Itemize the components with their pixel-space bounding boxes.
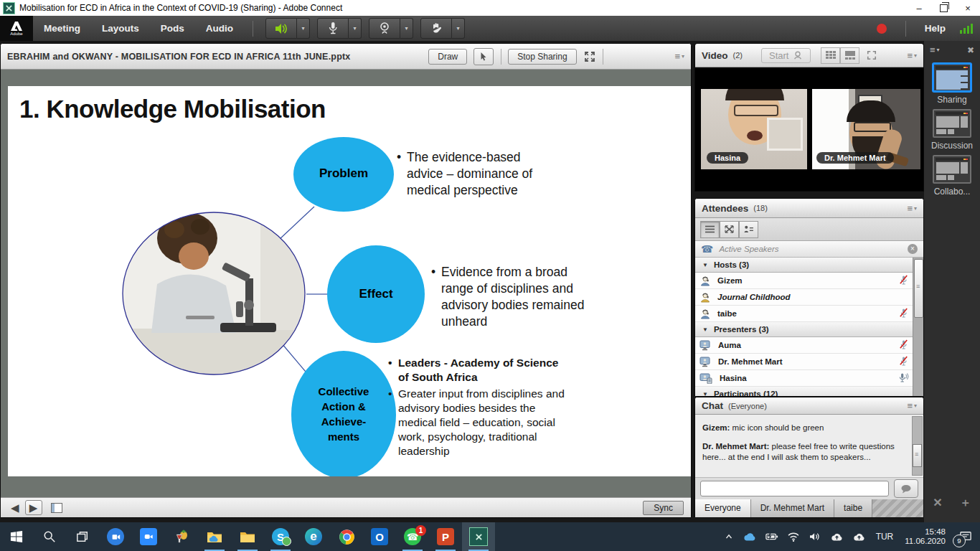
mic-button[interactable]: [317, 18, 349, 39]
grid-view-button[interactable]: [821, 47, 840, 64]
share-pod-menu-button[interactable]: [674, 51, 684, 62]
skype-app-button[interactable]: [264, 522, 297, 551]
chat-pod-menu-button[interactable]: [907, 400, 917, 411]
adobe-connect-taskbar-button[interactable]: [462, 522, 495, 551]
onedrive-folder-button[interactable]: [198, 522, 231, 551]
outlook-app-button[interactable]: [363, 522, 396, 551]
language-indicator[interactable]: TUR: [870, 522, 900, 551]
attendees-pod: Attendees (18) ☎ Active Speakers × ▼Host…: [694, 198, 924, 397]
fullscreen-button[interactable]: [584, 51, 595, 62]
camera-button[interactable]: [369, 18, 400, 39]
whatsapp-app-button[interactable]: ☎ 1: [396, 522, 429, 551]
recording-indicator-icon: [877, 24, 887, 34]
presenter-mobile-role-icon: [699, 373, 713, 384]
attendee-row[interactable]: taibe: [695, 306, 913, 322]
video-participant-hasina[interactable]: Hasina: [701, 89, 807, 169]
layout-thumb-discussion[interactable]: [933, 109, 971, 138]
attendee-status-view-button[interactable]: [739, 221, 758, 238]
chat-tab-taibe[interactable]: taibe: [834, 499, 872, 517]
close-button[interactable]: ×: [956, 0, 980, 16]
presenters-group-header[interactable]: ▼Presenters (3): [695, 322, 913, 337]
chat-tab-everyone[interactable]: Everyone: [695, 499, 751, 517]
video-pod-menu-button[interactable]: [907, 50, 917, 61]
attendees-pod-menu-button[interactable]: [907, 203, 917, 214]
task-view-button[interactable]: [66, 522, 99, 551]
active-speakers-close-icon[interactable]: ×: [908, 244, 918, 254]
menu-meeting[interactable]: Meeting: [33, 16, 91, 41]
chat-send-button[interactable]: [894, 479, 918, 498]
layout-thumb-collaboration[interactable]: [933, 155, 971, 184]
menu-help[interactable]: Help: [925, 23, 946, 34]
start-button[interactable]: [0, 522, 33, 551]
chat-scrollbar[interactable]: [912, 416, 923, 476]
action-center-button[interactable]: 9: [951, 522, 980, 551]
previous-slide-button[interactable]: ◀: [11, 501, 19, 514]
hosts-group-header[interactable]: ▼Hosts (3): [695, 258, 913, 273]
attendee-row[interactable]: Hasina: [695, 370, 913, 387]
video-participant-mehmet[interactable]: Dr. Mehmet Mart: [812, 89, 920, 169]
zoom-app-button[interactable]: [132, 522, 165, 551]
video-fullscreen-button[interactable]: [867, 50, 877, 60]
stop-sharing-button[interactable]: Stop Sharing: [508, 49, 576, 65]
layout-thumb-sharing[interactable]: [933, 63, 971, 92]
attendee-list-view-button[interactable]: [700, 221, 720, 238]
attendees-scrollbar[interactable]: [913, 258, 923, 396]
manage-layouts-icon[interactable]: ✕: [933, 496, 942, 511]
chat-tab-mehmet[interactable]: Dr. Mehmet Mart: [751, 499, 834, 517]
add-layout-icon[interactable]: ＋: [960, 496, 971, 511]
scrollbar-thumb[interactable]: [914, 259, 923, 318]
attendee-row[interactable]: Gizem: [695, 273, 913, 289]
battery-tray-icon[interactable]: [761, 522, 783, 551]
sidebar-toggle-icon[interactable]: [51, 503, 62, 513]
slide-canvas[interactable]: 1. Knowledge Mobilisation Problem Effect…: [8, 86, 691, 476]
minimize-button[interactable]: –: [907, 0, 931, 16]
cloud-upload-tray-icon[interactable]: [826, 522, 848, 551]
search-button[interactable]: [33, 522, 66, 551]
attendee-row[interactable]: Journal Childhood: [695, 289, 913, 306]
layout-label-discussion[interactable]: Discussion: [924, 141, 980, 151]
movie-app-button[interactable]: [99, 522, 132, 551]
camera-dropdown[interactable]: ▾: [400, 18, 413, 39]
status-dropdown[interactable]: ▾: [452, 18, 465, 39]
bullet-collective-1: Leaders - Academy of Science of South Af…: [388, 356, 559, 385]
mic-dropdown[interactable]: ▾: [349, 18, 362, 39]
breakout-view-button[interactable]: [720, 221, 739, 238]
restore-button[interactable]: [931, 0, 956, 16]
menu-layouts[interactable]: Layouts: [91, 16, 150, 41]
volume-tray-icon[interactable]: [804, 522, 826, 551]
chat-input[interactable]: [700, 481, 889, 496]
chat-message-list: Gizem: mic icon should be green Dr. Mehm…: [695, 415, 923, 477]
tray-chevron-icon[interactable]: [720, 522, 738, 551]
sync-button[interactable]: Sync: [643, 501, 684, 515]
cloud-upload-tray-icon[interactable]: [848, 522, 870, 551]
layouts-close-icon[interactable]: ✖: [967, 45, 974, 55]
scrollbar-thumb[interactable]: [913, 444, 922, 467]
filmstrip-view-button[interactable]: [840, 47, 859, 64]
pointer-tool-button[interactable]: [473, 48, 494, 65]
draw-button[interactable]: Draw: [428, 49, 467, 65]
winrar-app-button[interactable]: [165, 522, 198, 551]
layouts-menu-button[interactable]: [930, 44, 936, 55]
taskbar-clock[interactable]: 15:48 11.06.2020: [899, 527, 951, 546]
layout-label-collaboration[interactable]: Collabo...: [924, 187, 980, 197]
desktop: Mobilisation for ECD in Africa in the Co…: [0, 0, 980, 551]
layout-label-sharing[interactable]: Sharing: [924, 95, 980, 105]
start-webcam-button[interactable]: Start: [761, 48, 811, 63]
wifi-tray-icon[interactable]: [783, 522, 804, 551]
onedrive-tray-icon[interactable]: [738, 522, 761, 551]
attendee-row[interactable]: Auma: [695, 337, 913, 354]
menu-pods[interactable]: Pods: [150, 16, 195, 41]
breakout-view-icon: [725, 225, 734, 233]
edge-app-button[interactable]: [297, 522, 330, 551]
attendee-row[interactable]: Dr. Mehmet Mart: [695, 354, 913, 370]
menu-audio[interactable]: Audio: [195, 16, 244, 41]
speaker-button[interactable]: [265, 18, 297, 39]
participants-group-header[interactable]: ▼Participants (12): [695, 387, 913, 396]
raise-hand-button[interactable]: [420, 18, 452, 39]
next-slide-button[interactable]: ▶: [25, 500, 42, 515]
connection-signal-icon[interactable]: [958, 24, 973, 34]
chrome-app-button[interactable]: [330, 522, 363, 551]
speaker-dropdown[interactable]: ▾: [297, 18, 310, 39]
powerpoint-app-button[interactable]: [429, 522, 462, 551]
file-explorer-button[interactable]: [231, 522, 264, 551]
